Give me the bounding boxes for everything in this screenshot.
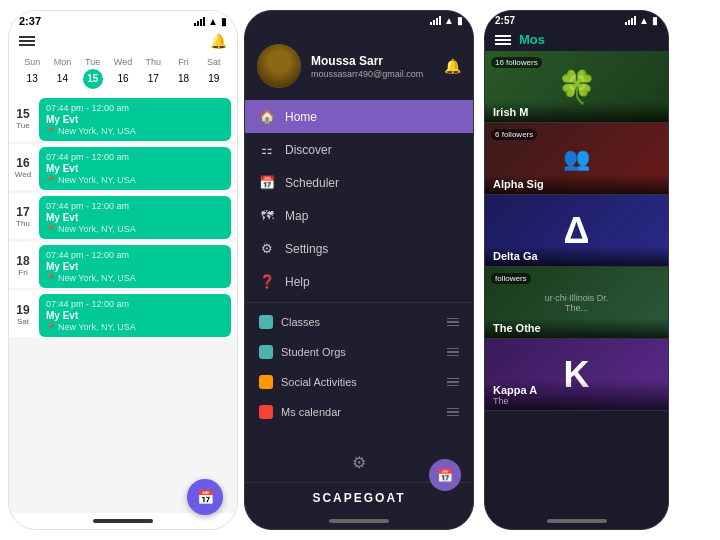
org-overlay-kappa: Kappa A The: [485, 380, 668, 410]
event-card[interactable]: 07:44 pm - 12:00 am My Evt New York, NY,…: [39, 245, 231, 288]
avatar-image: [257, 44, 301, 88]
date-16[interactable]: 16: [113, 69, 133, 89]
toggle-classes[interactable]: Classes: [245, 307, 473, 337]
status-icons-right: ▲ ▮: [625, 15, 658, 26]
gear-icon: ⚙: [352, 453, 366, 472]
toggle-check-orgs: [259, 345, 273, 359]
followers-badge-other: followers: [491, 273, 531, 284]
event-location: New York, NY, USA: [46, 273, 224, 283]
calendar-events-list: 15 Tue 07:44 pm - 12:00 am My Evt New Yo…: [9, 95, 237, 513]
battery-icon: ▮: [221, 16, 227, 27]
day-thu: Thu: [138, 57, 168, 67]
date-18[interactable]: 18: [174, 69, 194, 89]
toggle-lines-social: [447, 378, 459, 387]
hamburger-menu-right[interactable]: [495, 35, 511, 45]
menu-label-scheduler: Scheduler: [285, 176, 339, 190]
user-profile-section: Moussa Sarr moussasarr490@gmail.com 🔔: [245, 30, 473, 100]
week-day-labels: Sun Mon Tue Wed Thu Fri Sat: [15, 57, 231, 67]
list-item[interactable]: Κ Kappa A The: [485, 339, 668, 411]
list-item[interactable]: 🍀 16 followers Irish M: [485, 51, 668, 123]
toggle-ms-calendar[interactable]: Ms calendar: [245, 397, 473, 427]
battery-icon-middle: ▮: [457, 15, 463, 26]
brand-name: SCAPEGOAT: [312, 491, 405, 505]
org-overlay-alpha: Alpha Sig: [485, 174, 668, 194]
toggle-label-social: Social Activities: [281, 376, 357, 388]
event-title: My Evt: [46, 212, 224, 223]
week-date-numbers: 13 14 15 16 17 18 19: [15, 67, 231, 91]
event-title: My Evt: [46, 310, 224, 321]
menu-item-home[interactable]: 🏠 Home: [245, 100, 473, 133]
event-time: 07:44 pm - 12:00 am: [46, 250, 224, 260]
bell-icon-middle[interactable]: 🔔: [444, 58, 461, 74]
menu-item-discover[interactable]: ⚏ Discover: [245, 133, 473, 166]
status-bar-left: 2:37 ▲ ▮: [9, 11, 237, 31]
event-title: My Evt: [46, 261, 224, 272]
table-row: 19 Sat 07:44 pm - 12:00 am My Evt New Yo…: [9, 291, 237, 337]
list-item[interactable]: 👥 6 followers Alpha Sig: [485, 123, 668, 195]
menu-divider: [245, 302, 473, 303]
list-item[interactable]: Δ Delta Ga: [485, 195, 668, 267]
event-day-label: 15 Tue: [9, 95, 37, 141]
status-icons-middle: ▲ ▮: [430, 15, 463, 26]
org-name-irish: Irish M: [493, 106, 660, 118]
toggle-label-classes: Classes: [281, 316, 320, 328]
event-day-label: 19 Sat: [9, 291, 37, 337]
menu-item-map[interactable]: 🗺 Map: [245, 199, 473, 232]
toggle-student-orgs[interactable]: Student Orgs: [245, 337, 473, 367]
day-mon: Mon: [47, 57, 77, 67]
event-card[interactable]: 07:44 pm - 12:00 am My Evt New York, NY,…: [39, 196, 231, 239]
event-card[interactable]: 07:44 pm - 12:00 am My Evt New York, NY,…: [39, 98, 231, 141]
status-bar-middle: ▲ ▮: [245, 11, 473, 30]
status-time-right: 2:57: [495, 15, 515, 26]
avatar: [257, 44, 301, 88]
date-13[interactable]: 13: [22, 69, 42, 89]
user-info: Moussa Sarr moussasarr490@gmail.com: [311, 54, 423, 79]
hamburger-menu-left[interactable]: [19, 36, 35, 46]
event-time: 07:44 pm - 12:00 am: [46, 103, 224, 113]
date-19[interactable]: 19: [204, 69, 224, 89]
date-15-today[interactable]: 15: [83, 69, 103, 89]
settings-icon: ⚙: [259, 241, 275, 256]
event-title: My Evt: [46, 163, 224, 174]
event-card[interactable]: 07:44 pm - 12:00 am My Evt New York, NY,…: [39, 294, 231, 337]
toggle-lines-ms: [447, 408, 459, 417]
toggle-lines-classes: [447, 318, 459, 327]
wifi-icon-middle: ▲: [444, 15, 454, 26]
table-row: 16 Wed 07:44 pm - 12:00 am My Evt New Yo…: [9, 144, 237, 190]
event-time: 07:44 pm - 12:00 am: [46, 299, 224, 309]
calendar-week-header: Sun Mon Tue Wed Thu Fri Sat 13 14 15 16 …: [9, 53, 237, 95]
home-indicator-left: [9, 513, 237, 529]
day-sun: Sun: [17, 57, 47, 67]
date-14[interactable]: 14: [52, 69, 72, 89]
menu-label-discover: Discover: [285, 143, 332, 157]
status-time-left: 2:37: [19, 15, 41, 27]
menu-fab[interactable]: 📅: [429, 459, 461, 491]
date-17[interactable]: 17: [143, 69, 163, 89]
org-name-other: The Othe: [493, 322, 660, 334]
status-icons-left: ▲ ▮: [194, 16, 227, 27]
menu-item-settings[interactable]: ⚙ Settings: [245, 232, 473, 265]
event-location: New York, NY, USA: [46, 322, 224, 332]
signal-icon-middle: [430, 16, 441, 25]
menu-item-help[interactable]: ❓ Help: [245, 265, 473, 298]
map-icon: 🗺: [259, 208, 275, 223]
calendar-phone: 2:37 ▲ ▮ 🔔 Sun Mon Tue Wed Thu Fri Sat 1…: [8, 10, 238, 530]
event-day-label: 18 Fri: [9, 242, 37, 288]
table-row: 17 Thu 07:44 pm - 12:00 am My Evt New Yo…: [9, 193, 237, 239]
toggle-check-social: [259, 375, 273, 389]
bell-icon-left[interactable]: 🔔: [210, 33, 227, 49]
org-overlay-delta: Delta Ga: [485, 246, 668, 266]
event-card[interactable]: 07:44 pm - 12:00 am My Evt New York, NY,…: [39, 147, 231, 190]
toggle-social[interactable]: Social Activities: [245, 367, 473, 397]
wifi-icon: ▲: [208, 16, 218, 27]
menu-item-scheduler[interactable]: 📅 Scheduler: [245, 166, 473, 199]
wifi-icon-right: ▲: [639, 15, 649, 26]
event-location: New York, NY, USA: [46, 224, 224, 234]
list-item[interactable]: ur·chi·Illinois Dr. The... followers The…: [485, 267, 668, 339]
status-bar-right: 2:57 ▲ ▮: [485, 11, 668, 30]
table-row: 15 Tue 07:44 pm - 12:00 am My Evt New Yo…: [9, 95, 237, 141]
calendar-fab[interactable]: 📅: [187, 479, 223, 515]
followers-badge-alpha: 6 followers: [491, 129, 537, 140]
event-location: New York, NY, USA: [46, 175, 224, 185]
menu-label-map: Map: [285, 209, 308, 223]
